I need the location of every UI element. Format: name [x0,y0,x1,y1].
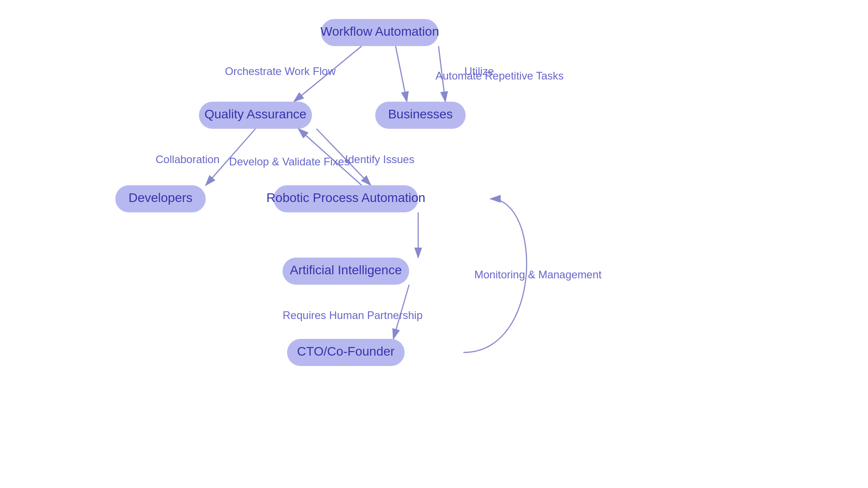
edge-label-identify: Identify Issues [345,153,414,165]
node-ai-label: Artificial Intelligence [290,263,401,277]
node-developers-label: Developers [128,191,193,205]
node-rpa-label: Robotic Process Automation [266,191,425,205]
node-cto-label: CTO/Co-Founder [297,344,395,358]
edge-label-develop-validate: Develop & Validate Fixes [229,155,349,168]
edge-label-orchestrate: Orchestrate Work Flow [225,65,336,77]
node-businesses-label: Businesses [388,107,453,121]
node-quality-label: Quality Assurance [204,107,307,121]
node-workflow-label: Workflow Automation [321,24,439,38]
edge-label-automate: Automate Repetitive Tasks [435,70,564,82]
diagram-svg: Orchestrate Work Flow Automate Repetitiv… [0,0,868,488]
edge-label-monitoring: Monitoring & Management [474,268,602,281]
edge-label-collaboration: Collaboration [156,153,219,165]
edge-label-utilize: Utilize [464,65,494,77]
edge-workflow-rpa [396,46,407,102]
edge-label-human-partnership: Requires Human Partnership [283,309,422,321]
